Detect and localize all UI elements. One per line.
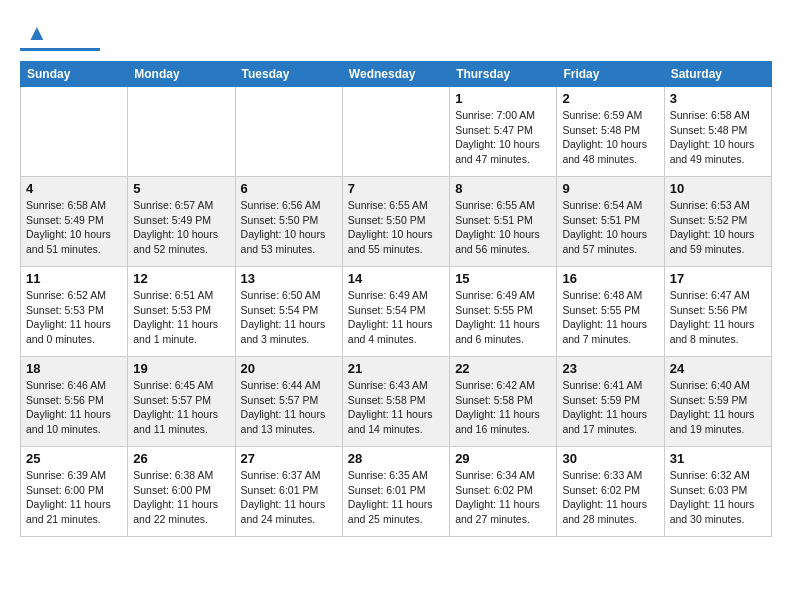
- day-cell: 14Sunrise: 6:49 AM Sunset: 5:54 PM Dayli…: [342, 267, 449, 357]
- day-number: 3: [670, 91, 766, 106]
- day-info: Sunrise: 6:58 AM Sunset: 5:48 PM Dayligh…: [670, 108, 766, 167]
- day-number: 13: [241, 271, 337, 286]
- day-number: 16: [562, 271, 658, 286]
- day-info: Sunrise: 6:48 AM Sunset: 5:55 PM Dayligh…: [562, 288, 658, 347]
- day-cell: 19Sunrise: 6:45 AM Sunset: 5:57 PM Dayli…: [128, 357, 235, 447]
- day-info: Sunrise: 6:38 AM Sunset: 6:00 PM Dayligh…: [133, 468, 229, 527]
- day-info: Sunrise: 6:39 AM Sunset: 6:00 PM Dayligh…: [26, 468, 122, 527]
- day-info: Sunrise: 6:58 AM Sunset: 5:49 PM Dayligh…: [26, 198, 122, 257]
- week-row-2: 4Sunrise: 6:58 AM Sunset: 5:49 PM Daylig…: [21, 177, 772, 267]
- day-info: Sunrise: 6:45 AM Sunset: 5:57 PM Dayligh…: [133, 378, 229, 437]
- header-monday: Monday: [128, 62, 235, 87]
- day-cell: 5Sunrise: 6:57 AM Sunset: 5:49 PM Daylig…: [128, 177, 235, 267]
- day-number: 28: [348, 451, 444, 466]
- day-number: 11: [26, 271, 122, 286]
- day-info: Sunrise: 6:54 AM Sunset: 5:51 PM Dayligh…: [562, 198, 658, 257]
- day-cell: 2Sunrise: 6:59 AM Sunset: 5:48 PM Daylig…: [557, 87, 664, 177]
- day-number: 1: [455, 91, 551, 106]
- day-cell: 1Sunrise: 7:00 AM Sunset: 5:47 PM Daylig…: [450, 87, 557, 177]
- day-number: 21: [348, 361, 444, 376]
- day-cell: [235, 87, 342, 177]
- day-cell: 3Sunrise: 6:58 AM Sunset: 5:48 PM Daylig…: [664, 87, 771, 177]
- day-number: 15: [455, 271, 551, 286]
- day-number: 31: [670, 451, 766, 466]
- day-cell: 24Sunrise: 6:40 AM Sunset: 5:59 PM Dayli…: [664, 357, 771, 447]
- day-cell: 12Sunrise: 6:51 AM Sunset: 5:53 PM Dayli…: [128, 267, 235, 357]
- day-number: 30: [562, 451, 658, 466]
- day-info: Sunrise: 6:55 AM Sunset: 5:50 PM Dayligh…: [348, 198, 444, 257]
- day-info: Sunrise: 6:55 AM Sunset: 5:51 PM Dayligh…: [455, 198, 551, 257]
- logo-underline: [20, 48, 100, 51]
- day-info: Sunrise: 6:49 AM Sunset: 5:55 PM Dayligh…: [455, 288, 551, 347]
- day-number: 26: [133, 451, 229, 466]
- day-number: 23: [562, 361, 658, 376]
- day-number: 27: [241, 451, 337, 466]
- day-info: Sunrise: 6:50 AM Sunset: 5:54 PM Dayligh…: [241, 288, 337, 347]
- header-sunday: Sunday: [21, 62, 128, 87]
- day-cell: 9Sunrise: 6:54 AM Sunset: 5:51 PM Daylig…: [557, 177, 664, 267]
- day-cell: 7Sunrise: 6:55 AM Sunset: 5:50 PM Daylig…: [342, 177, 449, 267]
- day-cell: 4Sunrise: 6:58 AM Sunset: 5:49 PM Daylig…: [21, 177, 128, 267]
- header-thursday: Thursday: [450, 62, 557, 87]
- calendar-table: SundayMondayTuesdayWednesdayThursdayFrid…: [20, 61, 772, 537]
- header-row: SundayMondayTuesdayWednesdayThursdayFrid…: [21, 62, 772, 87]
- day-number: 22: [455, 361, 551, 376]
- header-friday: Friday: [557, 62, 664, 87]
- day-info: Sunrise: 6:43 AM Sunset: 5:58 PM Dayligh…: [348, 378, 444, 437]
- day-info: Sunrise: 6:33 AM Sunset: 6:02 PM Dayligh…: [562, 468, 658, 527]
- day-cell: 10Sunrise: 6:53 AM Sunset: 5:52 PM Dayli…: [664, 177, 771, 267]
- day-cell: 17Sunrise: 6:47 AM Sunset: 5:56 PM Dayli…: [664, 267, 771, 357]
- day-cell: 21Sunrise: 6:43 AM Sunset: 5:58 PM Dayli…: [342, 357, 449, 447]
- day-cell: 23Sunrise: 6:41 AM Sunset: 5:59 PM Dayli…: [557, 357, 664, 447]
- day-number: 2: [562, 91, 658, 106]
- day-info: Sunrise: 6:47 AM Sunset: 5:56 PM Dayligh…: [670, 288, 766, 347]
- day-number: 17: [670, 271, 766, 286]
- day-info: Sunrise: 6:46 AM Sunset: 5:56 PM Dayligh…: [26, 378, 122, 437]
- day-info: Sunrise: 6:37 AM Sunset: 6:01 PM Dayligh…: [241, 468, 337, 527]
- day-number: 4: [26, 181, 122, 196]
- day-cell: 16Sunrise: 6:48 AM Sunset: 5:55 PM Dayli…: [557, 267, 664, 357]
- day-info: Sunrise: 6:41 AM Sunset: 5:59 PM Dayligh…: [562, 378, 658, 437]
- day-info: Sunrise: 6:35 AM Sunset: 6:01 PM Dayligh…: [348, 468, 444, 527]
- logo-bird-icon: ▲: [26, 20, 48, 46]
- day-number: 14: [348, 271, 444, 286]
- day-cell: 11Sunrise: 6:52 AM Sunset: 5:53 PM Dayli…: [21, 267, 128, 357]
- day-info: Sunrise: 6:52 AM Sunset: 5:53 PM Dayligh…: [26, 288, 122, 347]
- day-number: 18: [26, 361, 122, 376]
- day-number: 25: [26, 451, 122, 466]
- day-info: Sunrise: 6:57 AM Sunset: 5:49 PM Dayligh…: [133, 198, 229, 257]
- day-info: Sunrise: 6:42 AM Sunset: 5:58 PM Dayligh…: [455, 378, 551, 437]
- day-cell: 18Sunrise: 6:46 AM Sunset: 5:56 PM Dayli…: [21, 357, 128, 447]
- header-saturday: Saturday: [664, 62, 771, 87]
- day-info: Sunrise: 6:44 AM Sunset: 5:57 PM Dayligh…: [241, 378, 337, 437]
- day-number: 7: [348, 181, 444, 196]
- day-info: Sunrise: 6:53 AM Sunset: 5:52 PM Dayligh…: [670, 198, 766, 257]
- day-number: 29: [455, 451, 551, 466]
- day-cell: 28Sunrise: 6:35 AM Sunset: 6:01 PM Dayli…: [342, 447, 449, 537]
- day-info: Sunrise: 7:00 AM Sunset: 5:47 PM Dayligh…: [455, 108, 551, 167]
- day-cell: 26Sunrise: 6:38 AM Sunset: 6:00 PM Dayli…: [128, 447, 235, 537]
- day-number: 12: [133, 271, 229, 286]
- header-wednesday: Wednesday: [342, 62, 449, 87]
- day-cell: 25Sunrise: 6:39 AM Sunset: 6:00 PM Dayli…: [21, 447, 128, 537]
- week-row-3: 11Sunrise: 6:52 AM Sunset: 5:53 PM Dayli…: [21, 267, 772, 357]
- day-info: Sunrise: 6:32 AM Sunset: 6:03 PM Dayligh…: [670, 468, 766, 527]
- week-row-4: 18Sunrise: 6:46 AM Sunset: 5:56 PM Dayli…: [21, 357, 772, 447]
- day-cell: 22Sunrise: 6:42 AM Sunset: 5:58 PM Dayli…: [450, 357, 557, 447]
- day-info: Sunrise: 6:49 AM Sunset: 5:54 PM Dayligh…: [348, 288, 444, 347]
- day-cell: 27Sunrise: 6:37 AM Sunset: 6:01 PM Dayli…: [235, 447, 342, 537]
- day-info: Sunrise: 6:34 AM Sunset: 6:02 PM Dayligh…: [455, 468, 551, 527]
- day-number: 5: [133, 181, 229, 196]
- week-row-1: 1Sunrise: 7:00 AM Sunset: 5:47 PM Daylig…: [21, 87, 772, 177]
- day-number: 8: [455, 181, 551, 196]
- day-cell: 29Sunrise: 6:34 AM Sunset: 6:02 PM Dayli…: [450, 447, 557, 537]
- page-header: ▲: [20, 20, 772, 51]
- week-row-5: 25Sunrise: 6:39 AM Sunset: 6:00 PM Dayli…: [21, 447, 772, 537]
- day-info: Sunrise: 6:59 AM Sunset: 5:48 PM Dayligh…: [562, 108, 658, 167]
- day-cell: 6Sunrise: 6:56 AM Sunset: 5:50 PM Daylig…: [235, 177, 342, 267]
- day-cell: 15Sunrise: 6:49 AM Sunset: 5:55 PM Dayli…: [450, 267, 557, 357]
- day-number: 10: [670, 181, 766, 196]
- day-number: 20: [241, 361, 337, 376]
- day-cell: 8Sunrise: 6:55 AM Sunset: 5:51 PM Daylig…: [450, 177, 557, 267]
- day-number: 6: [241, 181, 337, 196]
